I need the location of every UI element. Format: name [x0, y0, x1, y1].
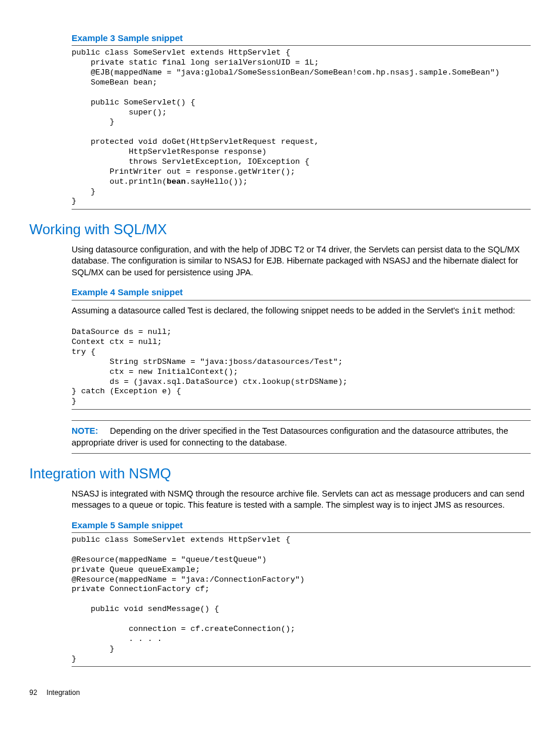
page-footer: 92Integration — [29, 688, 531, 697]
example-5-code: public class SomeServlet extends HttpSer… — [72, 532, 531, 667]
note-text: Depending on the driver specified in the… — [72, 426, 508, 447]
example-4-code: DataSource ds = null; Context ctx = null… — [72, 325, 531, 410]
example-3-heading: Example 3 Sample snippet — [72, 32, 531, 44]
intro-code: init — [461, 306, 482, 316]
code-pre: public class SomeServlet extends HttpSer… — [72, 48, 500, 185]
code-bold: bean — [167, 177, 185, 186]
intro-post: method: — [482, 306, 515, 315]
note-label: NOTE: — [72, 426, 98, 436]
section-nsmq-heading: Integration with NSMQ — [29, 464, 531, 483]
example-5-heading: Example 5 Sample snippet — [72, 519, 531, 531]
note-block: NOTE: Depending on the driver specified … — [72, 420, 531, 454]
section-sqlmx-heading: Working with SQL/MX — [29, 220, 531, 239]
example-4-heading: Example 4 Sample snippet — [72, 286, 531, 298]
example-3-code: public class SomeServlet extends HttpSer… — [72, 45, 531, 210]
section-nsmq-para: NSASJ is integrated with NSMQ through th… — [72, 488, 531, 511]
page-number: 92 — [29, 688, 37, 697]
intro-pre: Assuming a datasource called Test is dec… — [72, 306, 461, 315]
footer-title: Integration — [46, 688, 80, 697]
example-4-intro: Assuming a datasource called Test is dec… — [72, 305, 531, 318]
section-sqlmx-para: Using datasource configuration, and with… — [72, 244, 531, 279]
